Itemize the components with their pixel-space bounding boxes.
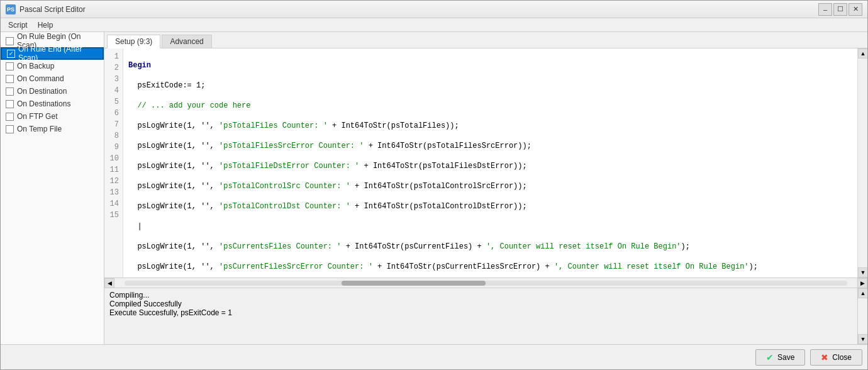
- close-icon: ✖: [821, 352, 828, 362]
- code-line-9: |: [128, 221, 852, 232]
- checkbox-on-rule-begin[interactable]: [6, 37, 14, 45]
- line-num-14: 14: [104, 198, 123, 210]
- output-scroll-up[interactable]: ▲: [858, 288, 867, 298]
- sidebar-label-on-ftp-get: On FTP Get: [17, 112, 57, 121]
- close-label: Close: [832, 353, 852, 362]
- code-line-10: psLogWrite(1, '', 'psCurrentsFiles Count…: [128, 241, 852, 252]
- line-num-10: 10: [104, 153, 123, 164]
- sidebar-label-on-backup: On Backup: [17, 62, 54, 70]
- code-editor[interactable]: 1 2 3 4 5 6 7 8 9 10 11 12 13: [104, 48, 857, 278]
- scroll-right-button[interactable]: ▶: [857, 278, 867, 288]
- line-num-15: 15: [104, 210, 123, 221]
- close-window-button[interactable]: ✕: [849, 3, 862, 16]
- line-num-6: 6: [104, 108, 123, 119]
- line-num-3: 3: [104, 74, 123, 85]
- output-line-1: Compiling...: [109, 291, 852, 300]
- code-panel: 1 2 3 4 5 6 7 8 9 10 11 12 13: [104, 48, 867, 344]
- code-line-2: psExitCode:= 1;: [128, 80, 852, 91]
- scroll-track[interactable]: [858, 59, 867, 267]
- line-num-13: 13: [104, 187, 123, 198]
- window-title: Pascal Script Editor: [19, 5, 818, 14]
- code-line-3: // ... add your code here: [128, 100, 852, 111]
- line-num-12: 12: [104, 176, 123, 187]
- line-num-2: 2: [104, 62, 123, 74]
- horizontal-scrollbar[interactable]: ◀ ▶: [104, 278, 867, 288]
- scroll-up-button[interactable]: ▲: [858, 48, 867, 59]
- sidebar-label-on-destination: On Destination: [17, 87, 67, 96]
- sidebar-item-on-backup[interactable]: On Backup: [1, 60, 104, 72]
- editor-area: Setup (9:3) Advanced 1 2 3 4 5 6: [104, 32, 867, 344]
- code-scroll-area: 1 2 3 4 5 6 7 8 9 10 11 12 13: [104, 48, 867, 278]
- output-scroll-track: [858, 298, 867, 334]
- output-scrollbar[interactable]: ▲ ▼: [857, 288, 867, 344]
- tab-bar: Setup (9:3) Advanced: [104, 32, 867, 48]
- save-button[interactable]: ✔ Save: [755, 349, 805, 366]
- sidebar-label-on-temp-file: On Temp File: [17, 125, 62, 133]
- code-line-4: psLogWrite(1, '', 'psTotalFiles Counter:…: [128, 120, 852, 132]
- title-bar: PS Pascal Script Editor – ☐ ✕: [1, 1, 867, 18]
- code-text[interactable]: Begin psExitCode:= 1; // ... add your co…: [123, 48, 857, 278]
- code-line-1: Begin: [128, 60, 852, 71]
- close-button[interactable]: ✖ Close: [810, 349, 862, 366]
- line-num-8: 8: [104, 130, 123, 142]
- main-content: On Rule Begin (On Scan) ✓ On Rule End (A…: [1, 32, 867, 344]
- checkbox-on-temp-file[interactable]: [6, 125, 14, 133]
- window-controls: – ☐ ✕: [818, 3, 862, 16]
- output-scroll-down[interactable]: ▼: [858, 334, 867, 344]
- h-scroll-thumb[interactable]: [342, 281, 486, 286]
- output-text: Compiling... Compiled Succesfully Execut…: [104, 288, 857, 344]
- main-window: PS Pascal Script Editor – ☐ ✕ Script Hel…: [0, 0, 868, 370]
- sidebar-label-on-command: On Command: [17, 74, 64, 83]
- output-line-2: Compiled Succesfully: [109, 300, 852, 308]
- sidebar-item-on-rule-end[interactable]: ✓ On Rule End (After Scan): [1, 47, 104, 60]
- sidebar: On Rule Begin (On Scan) ✓ On Rule End (A…: [1, 32, 104, 344]
- menu-help[interactable]: Help: [33, 20, 58, 31]
- code-line-6: psLogWrite(1, '', 'psTotalFileDstError C…: [128, 160, 852, 172]
- menu-bar: Script Help: [1, 18, 867, 32]
- save-label: Save: [777, 353, 794, 362]
- sidebar-item-on-command[interactable]: On Command: [1, 72, 104, 85]
- tab-advanced[interactable]: Advanced: [162, 35, 211, 48]
- scroll-down-button[interactable]: ▼: [858, 267, 867, 278]
- line-num-5: 5: [104, 96, 123, 108]
- scroll-left-button[interactable]: ◀: [104, 278, 114, 288]
- minimize-button[interactable]: –: [818, 3, 832, 16]
- line-num-7: 7: [104, 119, 123, 130]
- output-panel: Compiling... Compiled Succesfully Execut…: [104, 288, 867, 344]
- checkbox-on-rule-end[interactable]: ✓: [7, 50, 15, 58]
- sidebar-item-on-destination[interactable]: On Destination: [1, 85, 104, 98]
- code-line-7: psLogWrite(1, '', 'psTotalControlSrc Cou…: [128, 181, 852, 192]
- checkbox-on-command[interactable]: [6, 75, 14, 83]
- sidebar-item-on-ftp-get[interactable]: On FTP Get: [1, 110, 104, 123]
- footer: ✔ Save ✖ Close: [1, 344, 867, 369]
- code-line-11: psLogWrite(1, '', 'psCurrentFilesSrcErro…: [128, 261, 852, 272]
- line-num-9: 9: [104, 142, 123, 153]
- maximize-button[interactable]: ☐: [833, 3, 847, 16]
- sidebar-item-on-destinations[interactable]: On Destinations: [1, 98, 104, 110]
- line-numbers: 1 2 3 4 5 6 7 8 9 10 11 12 13: [104, 48, 123, 278]
- line-num-1: 1: [104, 51, 123, 62]
- code-line-5: psLogWrite(1, '', 'psTotalFilesSrcError …: [128, 140, 852, 152]
- line-num-11: 11: [104, 164, 123, 176]
- app-icon: PS: [6, 4, 16, 14]
- sidebar-item-on-temp-file[interactable]: On Temp File: [1, 123, 104, 135]
- output-line-3: Execute Succesfully, psExitCode = 1: [109, 308, 852, 317]
- menu-script[interactable]: Script: [3, 20, 33, 31]
- vertical-scrollbar[interactable]: ▲ ▼: [857, 48, 867, 278]
- line-num-4: 4: [104, 85, 123, 96]
- checkbox-on-destinations[interactable]: [6, 100, 14, 108]
- h-scroll-track[interactable]: [125, 281, 847, 286]
- checkbox-on-destination[interactable]: [6, 87, 14, 96]
- code-line-8: psLogWrite(1, '', 'psTotalControlDst Cou…: [128, 201, 852, 212]
- checkbox-on-backup[interactable]: [6, 62, 14, 70]
- sidebar-label-on-destinations: On Destinations: [17, 99, 70, 108]
- tab-setup[interactable]: Setup (9:3): [107, 35, 160, 48]
- save-icon: ✔: [766, 352, 774, 362]
- checkbox-on-ftp-get[interactable]: [6, 113, 14, 121]
